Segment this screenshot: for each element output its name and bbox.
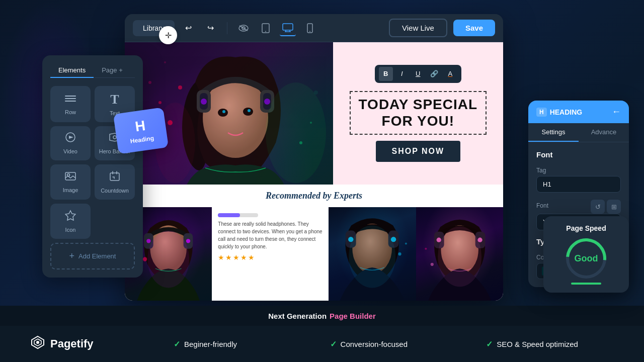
drag-handle[interactable]: ✛ bbox=[159, 26, 177, 44]
svg-point-26 bbox=[264, 99, 270, 105]
feature-text-1: Beginer-friendly bbox=[184, 340, 237, 348]
row-icon bbox=[64, 93, 76, 106]
countdown-icon bbox=[109, 170, 120, 185]
speed-gauge: Good bbox=[551, 238, 621, 285]
review-text: These are really solid headphones. They … bbox=[218, 220, 323, 250]
tab-page-plus[interactable]: Page + bbox=[94, 63, 131, 78]
next-gen-bar: Next Generation Page Builder bbox=[0, 306, 644, 326]
props-tab-settings[interactable]: Settings bbox=[528, 123, 579, 142]
svg-point-29 bbox=[178, 85, 182, 89]
props-tab-advance[interactable]: Advance bbox=[579, 123, 629, 142]
brand-logo: Pagetify bbox=[30, 335, 94, 353]
review-stars: ★★★★★ bbox=[218, 253, 323, 261]
speed-title: Page Speed bbox=[551, 224, 621, 232]
svg-point-58 bbox=[425, 247, 427, 249]
preview-icon[interactable] bbox=[235, 20, 252, 36]
undo-icon[interactable]: ↩ bbox=[181, 20, 197, 36]
text-format-toolbar: B I U 🔗 A bbox=[375, 65, 461, 83]
view-live-button[interactable]: View Live bbox=[389, 19, 447, 37]
tag-input[interactable] bbox=[536, 176, 621, 193]
brand-logo-icon bbox=[30, 335, 45, 353]
brand-name: Pagetify bbox=[50, 337, 94, 350]
image-icon bbox=[64, 171, 76, 184]
gauge-arc bbox=[558, 230, 615, 287]
font-section-label: Font bbox=[536, 150, 621, 159]
font-reset-btn[interactable]: ↺ bbox=[591, 200, 605, 214]
mobile-icon[interactable] bbox=[302, 20, 318, 36]
promo-headline-line2: FOR YOU! bbox=[359, 113, 478, 130]
heading-drag-element[interactable]: H Heading bbox=[113, 107, 169, 154]
countdown-label: Countdown bbox=[101, 188, 129, 194]
font-image-btn[interactable]: ⊞ bbox=[607, 200, 621, 214]
heading-drag-label: Heading bbox=[130, 135, 154, 145]
element-icon-item[interactable]: Icon bbox=[50, 204, 91, 239]
svg-point-20 bbox=[248, 109, 251, 112]
svg-point-40 bbox=[147, 230, 189, 288]
bold-format-btn[interactable]: B bbox=[379, 67, 393, 81]
italic-format-btn[interactable]: I bbox=[395, 67, 409, 81]
svg-point-19 bbox=[222, 110, 225, 113]
rec-card-4 bbox=[416, 207, 503, 301]
row-label: Row bbox=[65, 109, 76, 115]
link-format-btn[interactable]: 🔗 bbox=[427, 67, 441, 81]
video-icon bbox=[64, 132, 76, 145]
svg-point-48 bbox=[349, 225, 395, 288]
gauge-circle: Good bbox=[566, 238, 606, 279]
tag-field-label: Tag bbox=[536, 167, 621, 174]
rec-card-review: These are really solid headphones. They … bbox=[212, 207, 329, 301]
page-speed-widget: Page Speed Good bbox=[543, 216, 629, 293]
save-button[interactable]: Save bbox=[453, 20, 495, 36]
svg-rect-65 bbox=[65, 172, 75, 180]
check-icon-1: ✓ bbox=[174, 339, 180, 349]
shop-now-button[interactable]: SHOP NOW bbox=[376, 141, 461, 162]
svg-point-23 bbox=[201, 99, 207, 105]
plus-icon: + bbox=[69, 251, 75, 261]
svg-point-54 bbox=[436, 237, 441, 242]
check-icon-2: ✓ bbox=[330, 339, 337, 349]
tab-elements[interactable]: Elements bbox=[50, 63, 94, 78]
font-section: Font bbox=[536, 150, 621, 160]
svg-point-41 bbox=[143, 257, 147, 261]
bottom-bar: Pagetify ✓ Beginer-friendly ✓ Conversion… bbox=[0, 326, 644, 362]
font-row: Font ↺ ⊞ bbox=[536, 200, 621, 214]
text-icon: T bbox=[110, 92, 119, 107]
video-label: Video bbox=[63, 148, 77, 154]
add-element-button[interactable]: + Add Element bbox=[50, 243, 135, 269]
props-header-title: H HEADING bbox=[536, 108, 582, 117]
gauge-bar bbox=[571, 283, 601, 285]
feature-item-1: ✓ Beginer-friendly bbox=[124, 339, 287, 349]
recommended-title: Recommended by Experts bbox=[125, 185, 503, 207]
canvas-area: B I U 🔗 A TODAY SPECIAL FOR YOU! SHOP NO… bbox=[125, 42, 503, 301]
color-format-btn[interactable]: A bbox=[443, 67, 457, 81]
svg-point-10 bbox=[309, 31, 310, 32]
props-header: H HEADING ← bbox=[528, 101, 629, 123]
svg-point-11 bbox=[148, 81, 151, 84]
promo-text-box: TODAY SPECIAL FOR YOU! bbox=[350, 91, 487, 135]
svg-point-32 bbox=[266, 82, 326, 183]
props-back-button[interactable]: ← bbox=[612, 107, 621, 117]
tablet-icon[interactable] bbox=[258, 20, 274, 36]
promo-headline-line1: TODAY SPECIAL bbox=[359, 96, 478, 113]
elements-panel: Elements Page + Row T Text bbox=[42, 55, 143, 278]
editor-window: Library ↩ ↪ bbox=[125, 14, 503, 301]
svg-marker-63 bbox=[69, 136, 73, 139]
review-rating-fill bbox=[218, 213, 240, 217]
svg-point-12 bbox=[164, 61, 166, 63]
element-video[interactable]: Video bbox=[50, 126, 91, 160]
element-countdown[interactable]: Countdown bbox=[95, 164, 135, 200]
props-heading-label: HEADING bbox=[550, 108, 583, 116]
svg-point-38 bbox=[146, 239, 150, 243]
props-tabs: Settings Advance bbox=[528, 123, 629, 142]
redo-icon[interactable]: ↪ bbox=[203, 20, 219, 36]
svg-point-56 bbox=[438, 226, 481, 287]
icon-label: Icon bbox=[65, 227, 76, 233]
desktop-icon[interactable] bbox=[280, 20, 296, 36]
svg-point-28 bbox=[158, 101, 162, 104]
underline-format-btn[interactable]: U bbox=[411, 67, 425, 81]
svg-rect-67 bbox=[110, 173, 119, 180]
rec-card-3 bbox=[329, 207, 416, 301]
heading-panel-icon: H bbox=[536, 108, 547, 117]
element-row[interactable]: Row bbox=[50, 86, 91, 122]
element-image[interactable]: Image bbox=[50, 164, 91, 200]
image-label: Image bbox=[63, 187, 78, 193]
